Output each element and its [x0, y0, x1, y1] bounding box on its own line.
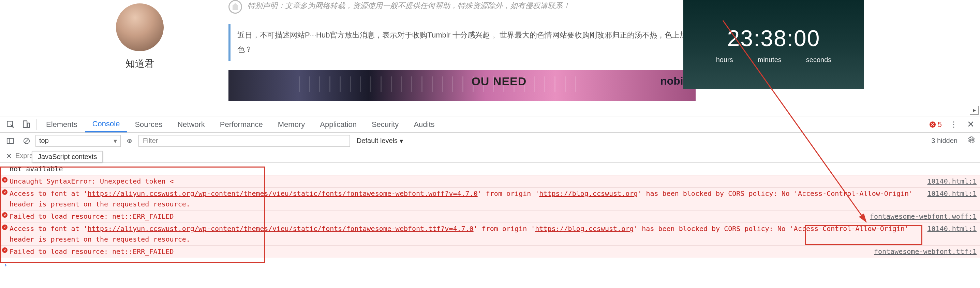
article-body: 特别声明：文章多为网络转载，资源使用一般不提供任何帮助，特殊资源除外，如有侵权请…	[229, 0, 695, 101]
console-error-row: ✕Access to font at 'https://aliyun.ccswu…	[0, 222, 980, 245]
console-error-row: ✕Uncaught SyntaxError: Unexpected token …	[0, 175, 980, 187]
toggle-device-icon[interactable]	[18, 116, 34, 133]
inspect-element-icon[interactable]	[3, 116, 18, 133]
filter-input[interactable]: Filter	[138, 135, 350, 147]
tab-performance[interactable]: Performance	[212, 116, 270, 133]
console-toolbar: top ▾ Filter Default levels ▾ 3 hidden	[0, 133, 980, 149]
expression-bar: ✕ Expression JavaScript contexts	[0, 149, 980, 163]
chevron-down-icon: ▾	[399, 137, 403, 145]
tab-audits[interactable]: Audits	[406, 116, 442, 133]
error-message[interactable]: Uncaught SyntaxError: Unexpected token <	[10, 176, 921, 187]
seconds-label: seconds	[806, 56, 832, 64]
console-error-row: ✕Failed to load resource: net::ERR_FAILE…	[0, 245, 980, 258]
error-badge-icon: ✕	[929, 122, 935, 128]
disclaimer-text: 特别声明：文章多为网络转载，资源使用一般不提供任何帮助，特殊资源除外，如有侵权请…	[248, 0, 570, 11]
author-card: 知道君	[92, 0, 188, 70]
svg-point-8	[970, 139, 972, 141]
error-link[interactable]: https://aliyun.ccswust.org/wp-content/th…	[88, 189, 478, 198]
filter-placeholder: Filter	[143, 137, 158, 145]
seconds-value: 00	[794, 26, 820, 51]
hero-text-left: OU NEED	[471, 75, 527, 88]
clear-console-icon[interactable]	[19, 137, 34, 145]
console-prompt[interactable]: ›	[0, 258, 980, 272]
disclaimer-row: 特别声明：文章多为网络转载，资源使用一般不提供任何帮助，特殊资源除外，如有侵权请…	[229, 0, 695, 14]
countdown-time: 23:38:00	[727, 25, 821, 51]
hero-text-right: nobil	[660, 75, 686, 87]
context-tooltip: JavaScript contexts	[32, 151, 103, 162]
console-output: not available ✕Uncaught SyntaxError: Une…	[0, 163, 980, 288]
console-row: not available	[0, 163, 980, 175]
article-hero-image: OU NEED nobil	[229, 70, 695, 101]
hours-value: 23	[727, 26, 754, 51]
tab-security[interactable]: Security	[364, 116, 406, 133]
error-message[interactable]: Failed to load resource: net::ERR_FAILED	[10, 211, 863, 222]
console-error-row: ✕Failed to load resource: net::ERR_FAILE…	[0, 210, 980, 222]
error-icon: ✕	[2, 247, 8, 253]
error-source-link[interactable]: 10140.html:1	[921, 176, 977, 187]
hidden-count[interactable]: 3 hidden	[927, 137, 962, 145]
remove-expression-icon[interactable]: ✕	[3, 152, 15, 160]
tab-elements[interactable]: Elements	[38, 116, 85, 133]
devtools-tabbar: ElementsConsoleSourcesNetworkPerformance…	[0, 116, 980, 133]
prompt-chevron-icon: ›	[3, 260, 11, 270]
live-expression-icon[interactable]	[122, 137, 137, 145]
svg-point-7	[129, 140, 130, 142]
error-source-link[interactable]: fontawesome-webfont.woff:1	[863, 211, 977, 222]
minutes-label: minutes	[758, 56, 781, 64]
hours-label: hours	[716, 56, 733, 64]
scroll-right-button[interactable]: ▶	[970, 106, 978, 115]
devtools-menu-icon[interactable]: ⋮	[946, 116, 962, 133]
error-icon: ✕	[2, 212, 8, 218]
svg-rect-3	[7, 138, 13, 143]
tab-memory[interactable]: Memory	[270, 116, 312, 133]
context-value: top	[39, 137, 49, 145]
avatar[interactable]	[116, 3, 164, 51]
tab-console[interactable]: Console	[85, 116, 127, 133]
not-available-text: not available	[10, 164, 977, 174]
error-link[interactable]: https://aliyun.ccswust.org/wp-content/th…	[88, 224, 474, 233]
webpage-preview: 知道君 特别声明：文章多为网络转载，资源使用一般不提供任何帮助，特殊资源除外，如…	[0, 0, 980, 116]
countdown-widget: 23:38:00 hours minutes seconds	[683, 0, 864, 89]
svg-rect-1	[23, 121, 27, 128]
error-message[interactable]: Access to font at 'https://aliyun.ccswus…	[10, 224, 921, 245]
error-icon: ✕	[2, 189, 8, 195]
minutes-value: 38	[760, 26, 787, 51]
error-counter[interactable]: ✕ 5	[926, 116, 946, 133]
console-error-row: ✕Access to font at 'https://aliyun.ccswu…	[0, 187, 980, 210]
error-source-link[interactable]: 10140.html:1	[921, 224, 977, 234]
error-source-link[interactable]: 10140.html:1	[921, 188, 977, 199]
article-quote: 近日，不可描述网站P···Hub官方放出消息，表示对于收购Tumblr 十分感兴…	[229, 24, 695, 61]
error-message[interactable]: Access to font at 'https://aliyun.ccswus…	[10, 188, 921, 210]
console-settings-icon[interactable]	[963, 136, 980, 146]
error-message[interactable]: Failed to load resource: net::ERR_FAILED	[10, 246, 867, 257]
tab-application[interactable]: Application	[312, 116, 364, 133]
chevron-down-icon: ▾	[113, 137, 117, 145]
error-link[interactable]: https://blog.ccswust.org	[539, 189, 638, 198]
error-icon: ✕	[2, 177, 8, 182]
svg-line-6	[25, 139, 29, 143]
tab-network[interactable]: Network	[170, 116, 212, 133]
svg-rect-2	[27, 123, 30, 127]
error-source-link[interactable]: fontawesome-webfont.ttf:1	[867, 246, 977, 257]
author-name[interactable]: 知道君	[92, 57, 188, 70]
context-selector[interactable]: top ▾	[35, 135, 121, 147]
levels-label: Default levels	[357, 137, 398, 145]
info-icon	[229, 0, 242, 14]
toggle-sidebar-icon[interactable]	[3, 137, 18, 145]
log-levels-selector[interactable]: Default levels ▾	[351, 137, 409, 145]
error-link[interactable]: https://blog.ccswust.org	[535, 224, 633, 233]
tab-sources[interactable]: Sources	[127, 116, 170, 133]
devtools-panel: ElementsConsoleSourcesNetworkPerformance…	[0, 116, 980, 288]
error-icon: ✕	[2, 224, 8, 230]
error-count-value: 5	[938, 120, 942, 129]
devtools-close-icon[interactable]: ✕	[962, 116, 980, 133]
